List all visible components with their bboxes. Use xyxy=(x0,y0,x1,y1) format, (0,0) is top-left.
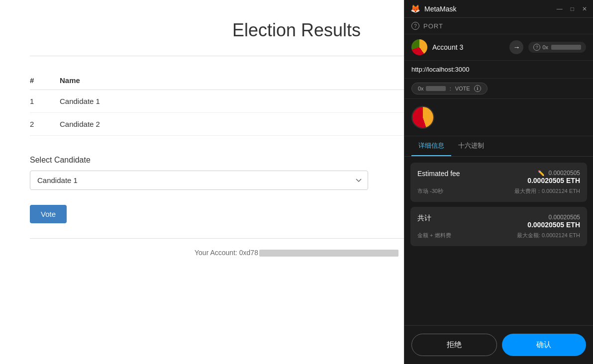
cell-num: 2 xyxy=(30,113,60,136)
account-arrow-button[interactable]: → xyxy=(509,40,523,54)
mm-fee-label: Estimated fee xyxy=(417,170,460,178)
mm-tabs: 详细信息 十六进制 xyxy=(404,136,593,157)
mm-address-blurred xyxy=(551,45,581,50)
mm-address-pill: ? 0x xyxy=(528,42,586,53)
tab-details[interactable]: 详细信息 xyxy=(411,136,451,156)
candidate-select[interactable]: Candidate 1Candidate 2 xyxy=(30,171,368,190)
mm-fee-header: Estimated fee ✏️ 0.00020505 0.00020505 E… xyxy=(417,170,580,184)
mm-fee-card: Estimated fee ✏️ 0.00020505 0.00020505 E… xyxy=(410,163,587,202)
mm-total-amount-main: 0.00020505 ETH xyxy=(527,221,580,229)
mm-total-label: 共计 xyxy=(417,214,431,223)
minimize-button[interactable]: — xyxy=(557,6,563,12)
mm-fee-amount-top: ✏️ 0.00020505 xyxy=(527,170,580,177)
contract-address-prefix: 0x xyxy=(418,86,424,91)
vote-button[interactable]: Vote xyxy=(30,205,67,223)
reject-button[interactable]: 拒绝 xyxy=(411,334,497,356)
metamask-logo-icon: 🦊 xyxy=(410,4,420,13)
mm-total-amount-top: 0.00020505 xyxy=(527,214,580,221)
mm-total-sub: 金额 + 燃料费 最大金额: 0.0002124 ETH xyxy=(417,232,580,239)
contract-info-icon[interactable]: ℹ xyxy=(474,85,481,92)
mm-token-icon xyxy=(411,106,434,129)
col-header-num: # xyxy=(30,71,60,90)
account-address-blurred xyxy=(259,250,398,257)
mm-fee-amount-main: 0.00020505 ETH xyxy=(527,177,580,184)
mm-fee-market: 市场 -30秒 xyxy=(417,187,443,195)
mm-fee-max: 最大费用：0.0002124 ETH xyxy=(514,187,580,195)
mm-url: http://localhost:3000 xyxy=(411,66,469,73)
contract-vote-label: VOTE xyxy=(455,86,470,91)
contract-bar-1 xyxy=(426,86,446,91)
confirm-button[interactable]: 确认 xyxy=(502,334,587,356)
mm-port-row: ? PORT xyxy=(404,18,593,34)
mm-actions: 拒绝 确认 xyxy=(404,325,593,364)
mm-title-text: MetaMask xyxy=(424,5,557,13)
maximize-button[interactable]: □ xyxy=(571,6,574,12)
mm-window-controls: — □ ✕ xyxy=(557,6,587,12)
mm-content: Estimated fee ✏️ 0.00020505 0.00020505 E… xyxy=(404,157,593,325)
mm-url-row: http://localhost:3000 xyxy=(404,61,593,79)
mm-fee-sub: 市场 -30秒 最大费用：0.0002124 ETH xyxy=(417,187,580,195)
account-avatar xyxy=(411,39,427,55)
account-prefix: Your Account: 0xd78 xyxy=(195,249,258,257)
mm-account-row: Account 3 → ? 0x xyxy=(404,34,593,61)
mm-icon-area xyxy=(404,99,593,136)
address-help-icon[interactable]: ? xyxy=(533,44,540,51)
mm-total-header: 共计 0.00020505 0.00020505 ETH xyxy=(417,214,580,229)
mm-titlebar: 🦊 MetaMask — □ ✕ xyxy=(404,0,593,18)
mm-account-name: Account 3 xyxy=(432,43,504,51)
mm-total-max: 最大金额: 0.0002124 ETH xyxy=(517,232,580,239)
contract-separator: : xyxy=(450,86,451,91)
mm-contract-pill: 0x : VOTE ℹ xyxy=(411,83,488,94)
tab-hex[interactable]: 十六进制 xyxy=(451,136,491,156)
cell-num: 1 xyxy=(30,90,60,113)
mm-fee-amount-block: ✏️ 0.00020505 0.00020505 ETH xyxy=(527,170,580,184)
mm-port-label: PORT xyxy=(423,22,443,30)
mm-address-text: 0x xyxy=(542,44,548,50)
mm-contract-row: 0x : VOTE ℹ xyxy=(404,79,593,99)
mm-total-amount-block: 0.00020505 0.00020505 ETH xyxy=(527,214,580,229)
mm-total-card: 共计 0.00020505 0.00020505 ETH 金额 + 燃料费 最大… xyxy=(410,207,587,246)
close-button[interactable]: ✕ xyxy=(582,6,587,12)
port-help-icon[interactable]: ? xyxy=(411,22,419,30)
mm-total-sub-label: 金额 + 燃料费 xyxy=(417,232,451,239)
metamask-panel: 🦊 MetaMask — □ ✕ ? PORT Account 3 → ? 0x… xyxy=(404,0,593,364)
edit-fee-icon: ✏️ xyxy=(538,170,545,176)
